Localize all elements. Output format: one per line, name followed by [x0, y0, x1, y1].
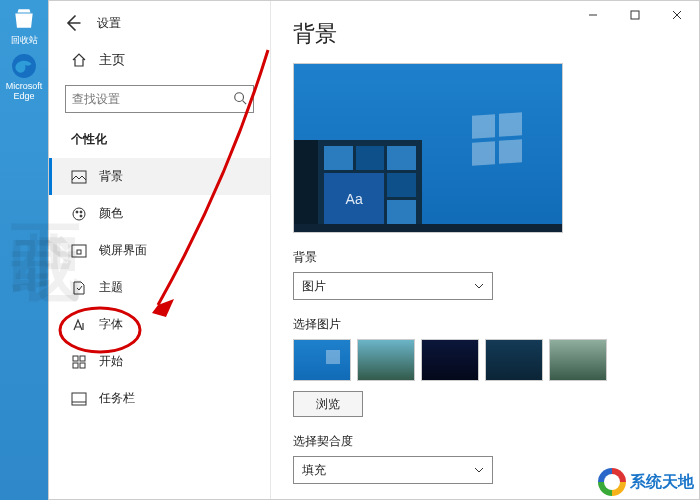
- choose-picture-label: 选择图片: [293, 316, 677, 333]
- fit-combo[interactable]: 填充: [293, 456, 493, 484]
- background-type-combo[interactable]: 图片: [293, 272, 493, 300]
- svg-rect-13: [80, 363, 85, 368]
- sidebar-item-start[interactable]: 开始: [49, 343, 270, 380]
- combo-value: 图片: [302, 278, 326, 295]
- svg-rect-11: [80, 356, 85, 361]
- chevron-down-icon: [474, 465, 484, 475]
- back-button[interactable]: [63, 13, 83, 33]
- settings-window: 设置 主页 个性化 背景 颜色 锁屏界面: [48, 0, 700, 500]
- preview-start-panel: Aa: [294, 140, 422, 232]
- home-icon: [71, 52, 87, 68]
- fit-label: 选择契合度: [293, 433, 677, 450]
- sidebar-item-fonts[interactable]: 字体: [49, 306, 270, 343]
- search-icon: [233, 91, 247, 108]
- nav-list: 背景 颜色 锁屏界面 主题 字体 开始: [49, 158, 270, 417]
- lock-screen-icon: [71, 243, 87, 259]
- section-label: 个性化: [71, 131, 252, 148]
- sidebar-item-label: 颜色: [99, 205, 123, 222]
- svg-rect-8: [72, 245, 86, 257]
- maximize-button[interactable]: [614, 2, 656, 28]
- svg-point-4: [73, 208, 85, 220]
- picture-thumb[interactable]: [549, 339, 607, 381]
- home-label: 主页: [99, 51, 125, 69]
- picture-thumb[interactable]: [293, 339, 351, 381]
- browse-label: 浏览: [316, 396, 340, 413]
- sidebar-item-label: 背景: [99, 168, 123, 185]
- sidebar-item-background[interactable]: 背景: [49, 158, 270, 195]
- fonts-icon: [71, 317, 87, 333]
- svg-point-2: [235, 92, 244, 101]
- picture-icon: [71, 169, 87, 185]
- settings-sidebar: 设置 主页 个性化 背景 颜色 锁屏界面: [49, 1, 271, 499]
- picture-thumb[interactable]: [421, 339, 479, 381]
- taskbar-icon: [71, 391, 87, 407]
- edge-icon: [11, 53, 37, 79]
- svg-rect-1: [631, 11, 639, 19]
- picture-thumb[interactable]: [357, 339, 415, 381]
- window-controls: [572, 2, 698, 28]
- picture-thumbnails: [293, 339, 677, 381]
- svg-rect-14: [72, 393, 86, 405]
- svg-point-7: [80, 215, 82, 217]
- svg-point-6: [80, 211, 82, 213]
- sidebar-item-colors[interactable]: 颜色: [49, 195, 270, 232]
- themes-icon: [71, 280, 87, 296]
- combo-value: 填充: [302, 462, 326, 479]
- close-button[interactable]: [656, 2, 698, 28]
- sidebar-item-themes[interactable]: 主题: [49, 269, 270, 306]
- browse-button[interactable]: 浏览: [293, 391, 363, 417]
- sidebar-item-label: 主题: [99, 279, 123, 296]
- recycle-bin-label: 回收站: [11, 34, 38, 47]
- palette-icon: [71, 206, 87, 222]
- svg-rect-10: [73, 356, 78, 361]
- windows-logo-icon: [472, 112, 522, 165]
- sidebar-item-label: 开始: [99, 353, 123, 370]
- svg-rect-9: [77, 250, 81, 254]
- arrow-left-icon: [63, 13, 83, 33]
- search-box[interactable]: [65, 85, 254, 113]
- main-content: 背景 Aa 背景 图片 选择图片: [271, 1, 699, 499]
- minimize-button[interactable]: [572, 2, 614, 28]
- home-link[interactable]: 主页: [49, 43, 270, 79]
- recycle-bin-desktop-icon[interactable]: 回收站: [5, 6, 43, 47]
- svg-point-5: [76, 211, 78, 213]
- window-title: 设置: [97, 15, 121, 32]
- sidebar-item-taskbar[interactable]: 任务栏: [49, 380, 270, 417]
- picture-thumb[interactable]: [485, 339, 543, 381]
- desktop-area: 回收站 Microsoft Edge: [0, 0, 48, 500]
- sidebar-item-label: 锁屏界面: [99, 242, 147, 259]
- sidebar-item-label: 字体: [99, 316, 123, 333]
- svg-rect-12: [73, 363, 78, 368]
- sidebar-item-label: 任务栏: [99, 390, 135, 407]
- background-type-label: 背景: [293, 249, 677, 266]
- edge-label: Microsoft Edge: [5, 81, 43, 101]
- desktop-preview: Aa: [293, 63, 563, 233]
- preview-sample-text: Aa: [324, 173, 384, 224]
- sidebar-item-lock-screen[interactable]: 锁屏界面: [49, 232, 270, 269]
- svg-rect-3: [72, 171, 86, 183]
- search-input[interactable]: [72, 92, 233, 106]
- recycle-bin-icon: [11, 6, 37, 32]
- edge-desktop-icon[interactable]: Microsoft Edge: [5, 53, 43, 101]
- chevron-down-icon: [474, 281, 484, 291]
- start-icon: [71, 354, 87, 370]
